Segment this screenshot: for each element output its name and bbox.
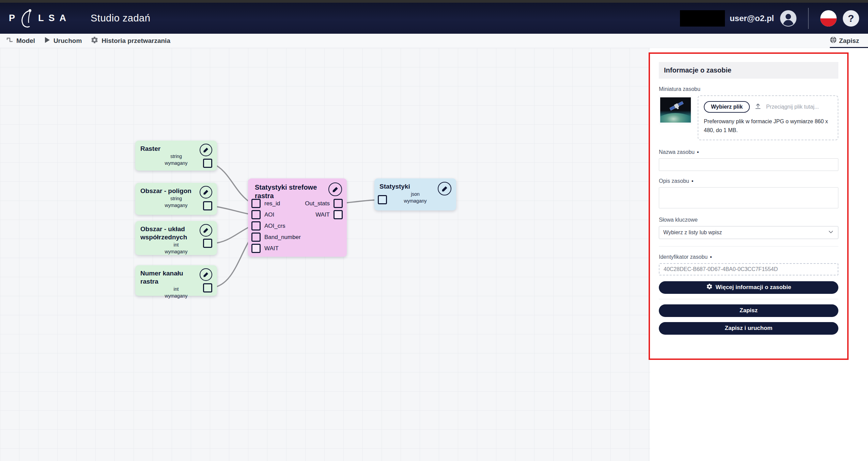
input-port[interactable] xyxy=(251,244,261,253)
node-statystyki[interactable]: Statystyki json wymagany xyxy=(374,178,456,210)
toolbar: Model Uruchom Historia przetwarzania Zap… xyxy=(0,34,868,48)
earth-graphic xyxy=(660,113,691,123)
edit-node-button[interactable] xyxy=(200,268,212,281)
save-button-label: Zapisz xyxy=(740,307,758,314)
node-required: wymagany xyxy=(135,292,217,299)
input-row-aoi-crs: AOI_crs xyxy=(251,221,285,230)
orbit-icon xyxy=(20,8,35,29)
save-toolbar-button[interactable]: Zapisz xyxy=(830,36,859,45)
required-marker: • xyxy=(697,149,699,155)
edit-node-button[interactable] xyxy=(200,186,212,198)
help-glyph: ? xyxy=(848,13,854,24)
user-email: user@o2.pl xyxy=(730,14,774,23)
drag-here-text: Przeciągnij plik tutaj... xyxy=(766,104,819,110)
node-required: wymagany xyxy=(135,248,217,255)
logo-letter: S xyxy=(49,13,56,23)
node-raster[interactable]: Raster string wymagany xyxy=(135,141,217,171)
identifier-value: 40C28DEC-B687-0D67-4BA0-0C3CC7F1554D xyxy=(659,263,838,275)
poland-flag-icon[interactable] xyxy=(820,10,837,27)
section-divider xyxy=(659,246,838,247)
keywords-placeholder: Wybierz z listy lub wpisz xyxy=(663,229,722,236)
input-port[interactable] xyxy=(251,199,261,208)
run-button-label: Uruchom xyxy=(53,37,82,45)
output-port[interactable] xyxy=(334,210,343,219)
node-statystyki-strefowe[interactable]: Statystyki strefowe rastra res_id AOI AO… xyxy=(248,178,347,257)
logo-letter: L xyxy=(38,13,45,23)
required-marker: • xyxy=(692,178,693,184)
gear-icon xyxy=(706,283,713,291)
processing-history-button[interactable]: Historia przetwarzania xyxy=(91,36,170,46)
file-format-hint: Preferowany plik w formacie JPG o wymiar… xyxy=(704,117,832,135)
edit-node-button[interactable] xyxy=(200,144,212,156)
name-label-text: Nazwa zasobu xyxy=(659,149,695,155)
keywords-label-text: Słowa kluczowe xyxy=(659,217,698,223)
model-button-label: Model xyxy=(16,37,35,45)
save-button[interactable]: Zapisz xyxy=(659,304,838,317)
output-port-label: Out_stats xyxy=(305,200,330,207)
output-row-wait: WAIT xyxy=(315,210,343,219)
required-marker: • xyxy=(710,254,712,260)
gear-icon xyxy=(91,36,98,46)
node-numer-kanalu[interactable]: Numer kanału rastra int wymagany xyxy=(135,265,217,296)
thumbnail-label: Miniatura zasobu xyxy=(659,86,838,92)
save-and-run-button[interactable]: Zapisz i uruchom xyxy=(659,322,838,335)
input-port-label: AOI xyxy=(264,211,274,218)
globe-icon xyxy=(830,36,837,45)
save-toolbar-label: Zapisz xyxy=(839,37,859,45)
output-port[interactable] xyxy=(203,283,212,292)
run-button[interactable]: Uruchom xyxy=(44,36,82,45)
output-port-label: WAIT xyxy=(315,211,330,218)
more-info-button[interactable]: Więcej informacji o zasobie xyxy=(659,281,838,294)
resource-thumbnail xyxy=(659,95,692,125)
keywords-select[interactable]: Wybierz z listy lub wpisz xyxy=(659,226,838,239)
satellite-earth-image xyxy=(660,97,691,123)
logo-letter: P xyxy=(9,13,16,23)
input-port[interactable] xyxy=(251,233,261,242)
output-port[interactable] xyxy=(203,239,212,248)
choose-file-button[interactable]: Wybierz plik xyxy=(704,101,750,113)
description-label: Opis zasobu • xyxy=(659,178,838,184)
satellite-graphic xyxy=(669,101,684,111)
output-port[interactable] xyxy=(334,199,343,208)
input-port-label: WAIT xyxy=(264,245,279,252)
description-label-text: Opis zasobu xyxy=(659,178,689,184)
input-port[interactable] xyxy=(251,221,261,230)
help-icon[interactable]: ? xyxy=(843,10,859,27)
more-info-button-label: Więcej informacji o zasobie xyxy=(716,284,791,291)
polsa-logo: P L S A xyxy=(9,6,71,30)
input-port-label: res_id xyxy=(264,200,280,207)
button-divider xyxy=(659,299,838,299)
input-port-label: AOI_crs xyxy=(264,223,285,229)
name-label: Nazwa zasobu • xyxy=(659,149,838,155)
identifier-label-text: Identyfikator zasobu xyxy=(659,254,708,260)
flow-icon xyxy=(6,36,13,45)
file-dropzone[interactable]: Wybierz plik Przeciągnij plik tutaj... P… xyxy=(698,95,838,140)
input-row-wait: WAIT xyxy=(251,244,279,253)
input-port[interactable] xyxy=(251,210,261,219)
description-input[interactable] xyxy=(659,187,838,208)
model-button[interactable]: Model xyxy=(6,36,35,45)
node-obszar-uklad[interactable]: Obszar - układ współrzednych int wymagan… xyxy=(135,221,217,255)
input-port-label: Band_number xyxy=(264,234,301,241)
polsa-logo-letters: P L S A xyxy=(9,8,71,29)
output-port[interactable] xyxy=(203,201,212,210)
input-row-res-id: res_id xyxy=(251,199,280,208)
avatar-icon[interactable] xyxy=(780,10,796,27)
processing-history-label: Historia przetwarzania xyxy=(102,37,170,45)
input-port[interactable] xyxy=(378,195,387,204)
input-row-band-number: Band_number xyxy=(251,233,301,242)
name-input[interactable] xyxy=(659,158,838,171)
output-port[interactable] xyxy=(203,159,212,168)
keywords-label: Słowa kluczowe xyxy=(659,217,838,223)
redacted-username xyxy=(680,10,725,27)
chevron-down-icon xyxy=(828,229,834,236)
edit-node-button[interactable] xyxy=(200,224,212,237)
edit-node-button[interactable] xyxy=(438,182,451,195)
resource-info-panel: Informacje o zasobie Miniatura zasobu Wy… xyxy=(649,52,849,360)
thumbnail-label-text: Miniatura zasobu xyxy=(659,86,700,92)
edit-node-button[interactable] xyxy=(328,182,342,196)
play-icon xyxy=(44,36,50,45)
identifier-label: Identyfikator zasobu • xyxy=(659,254,838,260)
node-obszar-poligon[interactable]: Obszar - poligon string wymagany xyxy=(135,183,217,215)
save-and-run-button-label: Zapisz i uruchom xyxy=(725,325,773,332)
